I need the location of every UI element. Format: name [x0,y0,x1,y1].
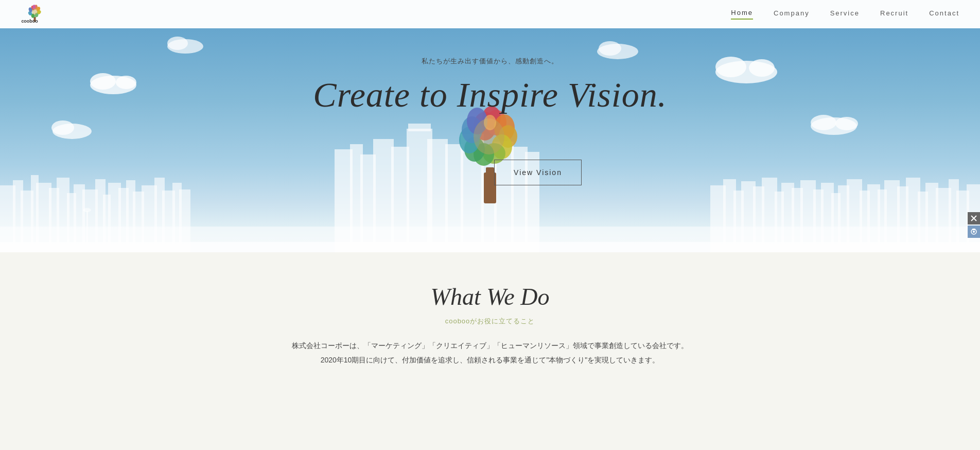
scroll-close-button[interactable] [968,212,980,224]
svg-rect-66 [723,179,736,252]
svg-rect-32 [36,183,51,252]
svg-rect-41 [118,188,129,252]
svg-rect-30 [21,191,33,252]
svg-rect-51 [335,149,353,252]
svg-point-109 [484,115,496,130]
svg-rect-34 [57,178,69,252]
svg-rect-33 [49,188,59,252]
svg-rect-28 [0,185,15,252]
svg-rect-43 [133,192,144,252]
svg-rect-95 [486,167,494,178]
svg-rect-68 [741,181,756,252]
svg-rect-35 [67,193,76,252]
section-title: What We Do [21,283,959,310]
scroll-camera-button[interactable] [968,226,980,238]
svg-rect-55 [391,147,409,252]
svg-rect-78 [838,185,849,252]
svg-rect-48 [179,189,190,252]
logo[interactable]: cooboo [21,3,49,26]
svg-rect-54 [373,139,394,252]
header: cooboo Home Company Service Recruit Cont… [0,0,980,28]
svg-rect-40 [108,183,121,252]
hero-section: 私たちが生み出す価値から、感動創造へ。 Create to Inspire Vi… [0,0,980,252]
nav-company[interactable]: Company [774,9,810,19]
section-subtitle: coobooがお役に立てること [21,317,959,326]
nav-contact[interactable]: Contact [929,9,959,19]
svg-rect-74 [800,180,816,252]
section-description-1: 株式会社コーポーは、「マーケティング」「クリエイティブ」「ヒューマンリソース」領… [21,338,959,353]
nav-recruit[interactable]: Recruit [880,9,908,19]
svg-rect-83 [884,180,900,252]
svg-rect-92 [0,227,980,252]
svg-point-27 [835,117,858,130]
svg-rect-53 [360,154,376,252]
svg-rect-77 [831,193,841,252]
svg-point-13 [90,76,136,94]
section-description-2: 2020年10期目に向けて、付加価値を追求し、信頼される事業を通じて"本物づくり… [21,353,959,367]
svg-rect-89 [949,179,959,252]
svg-rect-76 [821,183,834,252]
logo-icon: cooboo [21,3,49,26]
scrollbar-widget [968,212,980,238]
svg-rect-29 [13,180,23,252]
svg-rect-67 [733,191,744,252]
svg-rect-82 [878,189,887,252]
camera-icon [970,228,977,235]
svg-rect-45 [154,178,165,252]
city-silhouette [0,175,190,252]
svg-rect-75 [813,189,824,252]
svg-rect-46 [162,191,175,252]
svg-point-113 [973,231,975,233]
svg-point-11 [32,8,38,14]
nav-service[interactable]: Service [830,9,860,19]
svg-rect-79 [847,179,862,252]
svg-rect-69 [753,186,764,252]
svg-rect-42 [126,180,135,252]
svg-point-25 [811,117,857,135]
svg-rect-87 [925,183,938,252]
svg-point-26 [811,115,836,130]
svg-point-21 [597,44,638,59]
svg-rect-114 [972,229,975,230]
svg-rect-31 [31,175,39,252]
svg-rect-44 [142,185,157,252]
svg-rect-39 [103,195,111,252]
svg-rect-85 [906,178,920,252]
hero-title: Create to Inspire Vision. [313,75,667,115]
svg-point-23 [52,124,92,139]
svg-rect-88 [936,188,951,252]
svg-rect-81 [867,184,880,252]
svg-rect-80 [860,191,870,252]
svg-rect-73 [792,188,803,252]
svg-rect-93 [0,242,980,252]
svg-rect-49 [86,211,88,252]
svg-rect-65 [710,185,726,252]
svg-point-17 [167,37,188,50]
hero-subtitle: 私たちが生み出す価値から、感動創造へ。 [422,57,558,66]
svg-rect-70 [762,178,777,252]
svg-rect-72 [781,183,794,252]
svg-point-22 [599,41,621,56]
svg-point-24 [51,120,74,135]
svg-point-50 [83,208,91,212]
svg-rect-38 [95,179,106,252]
svg-rect-36 [74,184,85,252]
svg-rect-37 [82,189,98,252]
svg-point-20 [749,59,775,77]
what-we-do-section: What We Do coobooがお役に立てること 株式会社コーポーは、「マー… [0,252,980,388]
view-vision-button[interactable]: View Vision [494,160,582,185]
svg-rect-52 [350,144,363,252]
svg-point-19 [715,57,746,77]
svg-point-18 [715,61,777,83]
svg-rect-84 [897,186,908,252]
main-nav: Home Company Service Recruit Contact [731,9,959,20]
svg-rect-47 [172,183,182,252]
svg-text:cooboo: cooboo [21,19,38,24]
nav-home[interactable]: Home [731,9,753,20]
svg-point-16 [167,39,203,54]
svg-point-14 [90,73,116,90]
svg-point-15 [116,76,136,89]
svg-rect-71 [775,192,784,252]
close-icon [970,215,977,222]
svg-rect-86 [918,192,928,252]
